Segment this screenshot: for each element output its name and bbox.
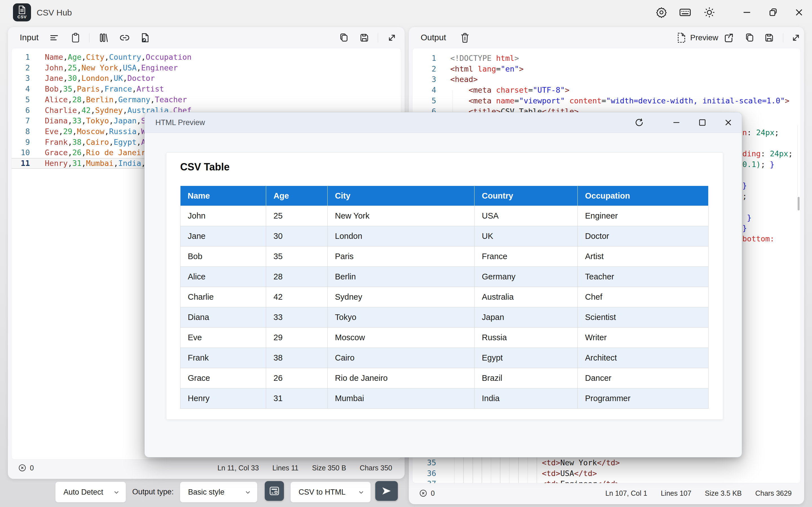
- save-icon[interactable]: [763, 31, 776, 44]
- table-cell: 25: [266, 206, 327, 226]
- send-icon: [381, 485, 392, 497]
- header-divider: [378, 33, 378, 42]
- table-cell: 35: [266, 246, 327, 267]
- table-row: Frank38CairoEgyptArchitect: [181, 348, 709, 368]
- indent-guide: [797, 126, 798, 196]
- maximize-icon[interactable]: [696, 116, 709, 129]
- table-cell: France: [474, 246, 578, 267]
- table-cell: 26: [266, 368, 327, 388]
- table-cell: 29: [266, 328, 327, 348]
- file-import-icon[interactable]: [139, 31, 152, 44]
- table-cell: Berlin: [327, 267, 474, 287]
- code-line[interactable]: 37 <td>Engineer</td>: [412, 478, 801, 483]
- paste-icon[interactable]: [69, 31, 82, 44]
- status-item: Lines 107: [661, 489, 691, 497]
- scrollbar-thumb[interactable]: [798, 197, 800, 210]
- csv-line[interactable]: 3Jane,30,London,UK,Doctor: [11, 73, 401, 83]
- code-fragment: ;: [742, 191, 747, 202]
- code-line[interactable]: 3<head>: [412, 74, 801, 85]
- format-detect-select[interactable]: Auto Detect: [55, 482, 126, 503]
- preview-file-icon: [677, 33, 686, 43]
- table-cell: Alice: [181, 267, 266, 287]
- convert-send-button[interactable]: [375, 481, 398, 501]
- theme-light-icon[interactable]: [703, 6, 716, 19]
- table-cell: Charlie: [181, 287, 266, 307]
- code-fragment: }: [742, 223, 747, 233]
- code-line[interactable]: 5 <meta name="viewport" content="width=d…: [412, 96, 801, 106]
- csv-line[interactable]: 4Bob,35,Paris,France,Artist: [11, 83, 401, 94]
- expand-icon[interactable]: [386, 31, 398, 44]
- minimize-icon[interactable]: [740, 6, 754, 19]
- table-cell: Engineer: [578, 206, 709, 226]
- layout-card-button[interactable]: [265, 481, 284, 501]
- keyboard-icon[interactable]: [678, 6, 692, 19]
- table-cell: Eve: [181, 328, 266, 348]
- table-cell: Germany: [474, 267, 578, 287]
- line-number: 2: [11, 62, 30, 73]
- preview-button[interactable]: Preview: [677, 31, 718, 45]
- copy-icon[interactable]: [743, 31, 756, 44]
- conversion-select[interactable]: CSV to HTML: [290, 482, 371, 503]
- table-cell: Bob: [181, 246, 266, 267]
- save-icon[interactable]: [358, 31, 371, 44]
- line-number: 1: [11, 52, 30, 62]
- style-select[interactable]: Basic style: [180, 482, 257, 503]
- header-divider: [783, 33, 783, 42]
- output-statusbar: 0 Ln 107, Col 1Lines 107Size 3.5 KBChars…: [413, 485, 800, 502]
- titlebar: CSV CSV Hub: [0, 0, 812, 25]
- code-line[interactable]: 36 <td>USA</td>: [412, 468, 801, 479]
- style-select-value: Basic style: [188, 488, 224, 497]
- close-icon[interactable]: [792, 6, 806, 19]
- link-icon[interactable]: [118, 31, 131, 44]
- expand-icon[interactable]: [790, 31, 802, 44]
- csv-line[interactable]: 2John,25,New York,USA,Engineer: [11, 62, 401, 73]
- table-cell: Writer: [578, 328, 709, 348]
- close-icon[interactable]: [721, 116, 735, 129]
- table-cell: 30: [266, 226, 327, 246]
- align-lines-icon[interactable]: [48, 31, 61, 44]
- line-number: 2: [412, 64, 436, 74]
- table-row: Bob35ParisFranceArtist: [181, 246, 709, 267]
- table-cell: Doctor: [578, 226, 709, 246]
- line-number: 5: [11, 94, 30, 105]
- chevron-down-icon: [244, 489, 252, 496]
- table-header-row: NameAgeCityCountryOccupation: [181, 186, 709, 206]
- refresh-icon[interactable]: [632, 116, 646, 129]
- conversion-select-value: CSV to HTML: [299, 488, 346, 497]
- trash-icon[interactable]: [458, 31, 471, 44]
- table-cell: Grace: [181, 368, 266, 388]
- html-preview-window[interactable]: HTML Preview CSV Table NameAgeCityCountr…: [144, 112, 742, 457]
- csv-line[interactable]: 1Name,Age,City,Country,Occupation: [11, 52, 401, 62]
- preview-button-label: Preview: [690, 33, 718, 42]
- layout-card-icon: [269, 486, 280, 496]
- code-line[interactable]: 2<html lang="en">: [412, 64, 801, 74]
- table-cell: Rio de Janeiro: [327, 368, 474, 388]
- minimize-icon[interactable]: [670, 116, 683, 129]
- line-number: 8: [11, 126, 30, 137]
- csv-hub-app: CSV CSV Hub Input: [0, 0, 812, 507]
- table-cell: John: [181, 206, 266, 226]
- csv-line[interactable]: 5Alice,28,Berlin,Germany,Teacher: [11, 94, 401, 105]
- table-cell: Jane: [181, 226, 266, 246]
- code-line[interactable]: 1<!DOCTYPE html>: [412, 53, 801, 64]
- code-line[interactable]: 4 <meta charset="UTF-8">: [412, 85, 801, 96]
- table-cell: Chef: [578, 287, 709, 307]
- table-cell: Moscow: [327, 328, 474, 348]
- copy-icon[interactable]: [337, 31, 350, 44]
- settings-icon[interactable]: [655, 6, 668, 19]
- table-header-cell: Country: [474, 186, 578, 206]
- status-item: Lines 11: [272, 464, 299, 472]
- table-header-cell: Occupation: [578, 186, 709, 206]
- code-line[interactable]: 35 <td>New York</td>: [412, 457, 801, 468]
- status-item: Size 3.5 KB: [705, 489, 742, 497]
- code-fragment: n: 24px;: [742, 127, 779, 138]
- preview-window-titlebar[interactable]: HTML Preview: [145, 112, 742, 133]
- line-number: 3: [11, 73, 30, 83]
- columns-icon[interactable]: [97, 31, 110, 44]
- restore-icon[interactable]: [766, 6, 780, 19]
- table-cell: Architect: [578, 348, 709, 368]
- code-fragment: bottom:: [742, 233, 774, 244]
- share-icon[interactable]: [722, 31, 735, 44]
- table-cell: 28: [266, 267, 327, 287]
- line-number: 9: [11, 137, 30, 148]
